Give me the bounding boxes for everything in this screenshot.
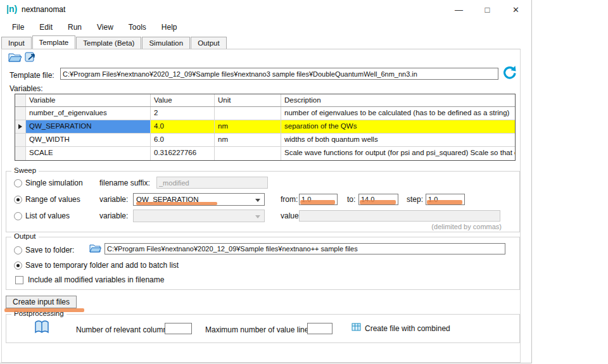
range-of-values-radio[interactable] bbox=[14, 196, 22, 204]
single-simulation-label[interactable]: Single simulation bbox=[25, 179, 83, 187]
cell-variable[interactable]: QW_SEPARATION bbox=[26, 120, 151, 133]
cell-description[interactable]: separation of the QWs bbox=[281, 120, 515, 133]
range-of-values-label[interactable]: Range of values bbox=[25, 195, 80, 204]
menu-view[interactable]: View bbox=[89, 20, 121, 35]
column-header-unit: Unit bbox=[215, 94, 281, 106]
save-temporary-label[interactable]: Save to temporary folder and add to batc… bbox=[25, 261, 179, 270]
relevant-column-label: Number of relevant column: bbox=[76, 325, 169, 334]
cell-value[interactable]: 0.316227766 bbox=[151, 147, 215, 160]
row-header-corner bbox=[15, 94, 26, 106]
relevant-column-input[interactable] bbox=[165, 323, 192, 334]
cell-value[interactable]: 6.0 bbox=[151, 134, 215, 146]
maximize-button[interactable]: □ bbox=[473, 0, 502, 19]
open-template-icon[interactable] bbox=[8, 52, 22, 65]
output-group: Output Save to folder: Save to temporary… bbox=[6, 237, 520, 290]
template-file-input[interactable] bbox=[60, 68, 498, 80]
menu-run[interactable]: Run bbox=[60, 20, 89, 35]
tab-strip: Input Template Template (Beta) Simulatio… bbox=[1, 36, 227, 49]
row-header-cell[interactable] bbox=[15, 147, 26, 160]
postprocessing-book-icon[interactable] bbox=[34, 320, 49, 337]
range-variable-label: variable: bbox=[99, 195, 128, 204]
values-hint: (delimited by commas) bbox=[431, 223, 502, 230]
single-simulation-radio[interactable] bbox=[14, 179, 22, 187]
cell-description[interactable]: number of eigenvalues to be calculated (… bbox=[281, 107, 515, 120]
range-step-field bbox=[426, 194, 465, 205]
tab-input[interactable]: Input bbox=[1, 37, 32, 49]
browse-folder-icon[interactable] bbox=[89, 243, 101, 255]
menu-help[interactable]: Help bbox=[154, 20, 185, 35]
template-tab-page: Template file: Variables: Variable Value… bbox=[1, 49, 521, 363]
list-of-values-label[interactable]: List of values bbox=[25, 211, 70, 220]
column-header-value: Value bbox=[151, 94, 215, 106]
range-variable-value: QW_SEPARATION bbox=[136, 196, 199, 203]
save-temporary-radio[interactable] bbox=[14, 261, 22, 270]
list-of-values-radio[interactable] bbox=[14, 212, 22, 220]
value-lines-input[interactable] bbox=[307, 323, 332, 334]
table-row[interactable]: SCALE 0.316227766 Scale wave functions f… bbox=[15, 147, 515, 160]
reload-template-icon[interactable] bbox=[502, 65, 517, 83]
postprocessing-group-title: Postprocessing bbox=[11, 310, 66, 317]
table-header-row: Variable Value Unit Description bbox=[15, 94, 515, 107]
cell-unit[interactable]: nm bbox=[215, 134, 281, 146]
cell-unit[interactable] bbox=[215, 147, 281, 160]
menu-file[interactable]: File bbox=[4, 20, 32, 35]
include-variables-checkbox[interactable] bbox=[15, 276, 23, 284]
range-to-field bbox=[358, 194, 398, 205]
minimize-button[interactable]: — bbox=[445, 0, 473, 19]
from-label: from: bbox=[281, 195, 298, 204]
range-from-field bbox=[299, 194, 338, 205]
cell-variable[interactable]: SCALE bbox=[26, 147, 151, 160]
row-header-cell[interactable] bbox=[15, 134, 26, 146]
cell-value[interactable]: 4.0 bbox=[151, 120, 215, 133]
cell-description[interactable]: Scale wave functions for output (for psi… bbox=[281, 147, 515, 160]
create-input-files-button[interactable]: Create input files bbox=[6, 296, 77, 308]
load-template-icon[interactable] bbox=[25, 52, 37, 65]
tab-output[interactable]: Output bbox=[191, 37, 227, 49]
menu-edit[interactable]: Edit bbox=[32, 20, 60, 35]
table-row[interactable]: QW_WIDTH 6.0 nm widths of both quantum w… bbox=[15, 134, 515, 147]
row-header-cell[interactable] bbox=[15, 107, 26, 120]
cell-value[interactable]: 2 bbox=[151, 107, 215, 120]
chevron-down-icon bbox=[255, 199, 260, 202]
selected-row-arrow-icon bbox=[18, 124, 22, 129]
menu-bar: File Edit Run View Tools Help bbox=[4, 20, 185, 35]
table-row-selected[interactable]: QW_SEPARATION 4.0 nm separation of the Q… bbox=[15, 120, 515, 134]
column-header-variable: Variable bbox=[26, 94, 151, 106]
filename-suffix-label: filename suffix: bbox=[99, 179, 150, 187]
range-from-input[interactable] bbox=[299, 194, 338, 205]
sweep-group: Sweep Single simulation filename suffix:… bbox=[6, 171, 520, 232]
row-header-cell[interactable] bbox=[15, 120, 26, 133]
include-variables-label[interactable]: Include all modified variables in filena… bbox=[28, 275, 164, 284]
postprocessing-group: Postprocessing Number of relevant column… bbox=[6, 314, 520, 343]
value-lines-label: Maximum number of value lines: bbox=[205, 325, 315, 334]
combined-file-icon[interactable] bbox=[352, 322, 362, 334]
table-row[interactable]: number_of_eigenvalues 2 number of eigenv… bbox=[15, 107, 515, 120]
save-to-folder-radio[interactable] bbox=[14, 246, 22, 254]
column-header-description: Description bbox=[281, 94, 515, 106]
save-to-folder-label[interactable]: Save to folder: bbox=[25, 246, 74, 254]
to-label: to: bbox=[347, 195, 355, 204]
app-window: |n) nextnanomat — □ ✕ File Edit Run View… bbox=[0, 0, 532, 363]
range-to-input[interactable] bbox=[358, 194, 398, 205]
filename-suffix-input bbox=[156, 177, 268, 189]
output-group-title: Output bbox=[11, 232, 39, 240]
list-variable-select bbox=[133, 210, 265, 222]
cell-unit[interactable]: nm bbox=[215, 120, 281, 133]
close-button[interactable]: ✕ bbox=[502, 0, 530, 19]
tab-simulation[interactable]: Simulation bbox=[142, 37, 190, 49]
menu-tools[interactable]: Tools bbox=[121, 20, 154, 35]
title-bar: |n) nextnanomat — □ ✕ bbox=[0, 0, 531, 19]
create-combined-label[interactable]: Create file with combined bbox=[365, 324, 450, 333]
variables-label: Variables: bbox=[10, 84, 42, 93]
cell-variable[interactable]: number_of_eigenvalues bbox=[26, 107, 151, 120]
output-folder-input[interactable] bbox=[104, 243, 505, 254]
window-title: nextnanomat bbox=[22, 5, 65, 14]
cell-variable[interactable]: QW_WIDTH bbox=[26, 134, 151, 146]
cell-description[interactable]: widths of both quantum wells bbox=[281, 134, 515, 146]
cell-unit[interactable] bbox=[215, 107, 281, 120]
tab-template[interactable]: Template bbox=[32, 35, 76, 49]
tab-template-beta[interactable]: Template (Beta) bbox=[76, 37, 141, 49]
range-variable-select[interactable]: QW_SEPARATION bbox=[133, 193, 265, 206]
range-step-input[interactable] bbox=[426, 194, 465, 205]
variables-table: Variable Value Unit Description number_o… bbox=[15, 94, 516, 161]
